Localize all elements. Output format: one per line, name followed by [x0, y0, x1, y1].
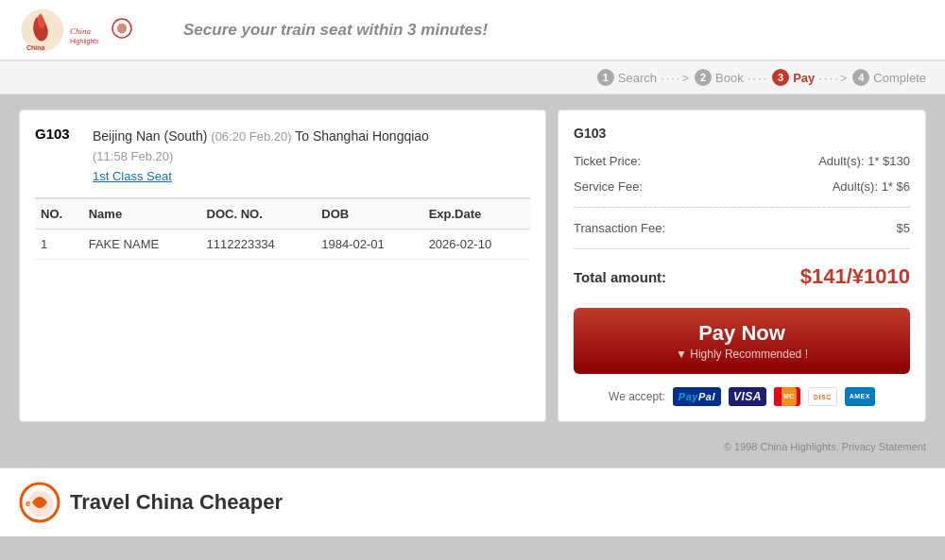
mastercard-icon: MC	[774, 387, 800, 406]
discover-icon: DISC	[808, 387, 837, 406]
route-main: Beijing Nan (South) (06:20 Feb.20) To Sh…	[93, 126, 429, 147]
route-to: Shanghai Hongqiao	[313, 128, 429, 144]
main-content: G103 Beijing Nan (South) (06:20 Feb.20) …	[0, 94, 945, 437]
step-1-label: Search	[618, 71, 657, 85]
passengers-table: NO. Name DOC. NO. DOB Exp.Date 1 FAKE NA…	[35, 197, 530, 260]
pay-btn-sub-text: ▼ Highly Recommended !	[676, 348, 808, 361]
table-row: 1 FAKE NAME 1112223334 1984-02-01 2026-0…	[35, 229, 530, 260]
page-header: China Highlights China Highlights Secure…	[0, 0, 945, 61]
service-fee-value: Adult(s): 1* $6	[833, 179, 910, 194]
pay-btn-main-text: Pay Now	[698, 321, 785, 346]
route-from: Beijing Nan (South)	[93, 128, 207, 144]
solid-divider	[574, 248, 910, 249]
svg-text:e: e	[26, 499, 30, 508]
col-dob: DOB	[316, 198, 422, 229]
train-route: G103 Beijing Nan (South) (06:20 Feb.20) …	[35, 126, 530, 186]
total-amount: $141/¥1010	[800, 264, 910, 289]
service-fee-row: Service Fee: Adult(s): 1* $6	[574, 178, 910, 195]
transaction-fee-label: Transaction Fee:	[574, 221, 665, 235]
train-id-left: G103	[35, 126, 77, 142]
step-3-num: 3	[772, 69, 789, 86]
step-4-label: Complete	[873, 71, 926, 85]
logo-svg: China Highlights	[70, 8, 155, 53]
steps-bar: 1 Search ····> 2 Book ···· 3 Pay ····> 4…	[0, 61, 945, 94]
table-header-row: NO. Name DOC. NO. DOB Exp.Date	[35, 198, 530, 229]
passenger-name: FAKE NAME	[83, 229, 201, 260]
passenger-no: 1	[35, 229, 83, 260]
header-tagline: Secure your train seat within 3 minutes!	[183, 21, 488, 40]
bottom-brand: e Travel China Cheaper	[0, 467, 945, 536]
step-2-label: Book	[715, 71, 744, 85]
dotted-divider	[574, 207, 910, 208]
booking-details-panel: G103 Beijing Nan (South) (06:20 Feb.20) …	[19, 110, 546, 422]
dots-1: ····>	[661, 71, 691, 85]
footer-copyright: © 1998 China Highlights. Privacy Stateme…	[0, 437, 945, 460]
china-highlights-logo: China Highlights	[19, 7, 66, 54]
svg-text:China: China	[26, 44, 45, 51]
amex-icon: AMEX	[845, 387, 875, 406]
dots-3: ····>	[818, 71, 849, 85]
step-3-label: Pay	[793, 71, 815, 85]
brand-name: Travel China Cheaper	[70, 490, 283, 515]
ticket-price-value: Adult(s): 1* $130	[818, 154, 910, 168]
route-arrow: To	[295, 128, 313, 144]
svg-text:Highlights: Highlights	[70, 38, 99, 45]
paypal-icon: PayPal	[673, 387, 721, 406]
step-2-num: 2	[695, 69, 712, 86]
col-doc: DOC. NO.	[201, 198, 317, 229]
brand-logo-icon: e	[19, 482, 60, 523]
payment-label: We accept:	[609, 390, 665, 403]
passenger-doc: 1112223334	[201, 229, 317, 260]
total-label: Total amount:	[574, 269, 666, 285]
ticket-price-row: Ticket Price: Adult(s): 1* $130	[574, 152, 910, 170]
svg-text:China: China	[70, 26, 92, 36]
service-fee-label: Service Fee:	[574, 179, 643, 194]
step-book: 2 Book	[695, 69, 744, 86]
step-pay: 3 Pay	[772, 69, 815, 86]
col-no: NO.	[35, 198, 83, 229]
seat-class[interactable]: 1st Class Seat	[93, 167, 429, 187]
total-row: Total amount: $141/¥1010	[574, 261, 910, 293]
transaction-fee-row: Transaction Fee: $5	[574, 219, 910, 237]
route-to-time: (11:58 Feb.20)	[93, 147, 429, 167]
pay-now-button[interactable]: Pay Now ▼ Highly Recommended !	[574, 308, 910, 374]
logo-area: China Highlights China Highlights	[19, 7, 155, 54]
visa-icon: VISA	[729, 387, 766, 406]
passenger-exp: 2026-02-10	[423, 229, 530, 260]
col-name: Name	[83, 198, 201, 229]
route-from-time: (06:20 Feb.20)	[211, 129, 291, 144]
step-complete: 4 Complete	[852, 69, 926, 86]
col-exp: Exp.Date	[423, 198, 530, 229]
payment-methods: We accept: PayPal VISA MC DISC AMEX	[574, 387, 910, 406]
ticket-price-label: Ticket Price:	[574, 154, 641, 168]
route-details: Beijing Nan (South) (06:20 Feb.20) To Sh…	[93, 126, 429, 186]
dots-2: ····	[747, 71, 768, 85]
transaction-fee-value: $5	[897, 221, 910, 235]
step-1-num: 1	[597, 69, 614, 86]
svg-text:Highlights: Highlights	[22, 53, 46, 54]
passenger-dob: 1984-02-01	[316, 229, 422, 260]
order-summary-panel: G103 Ticket Price: Adult(s): 1* $130 Ser…	[558, 110, 926, 422]
summary-train-id: G103	[574, 126, 910, 141]
step-4-num: 4	[852, 69, 869, 86]
step-search: 1 Search	[597, 69, 657, 86]
